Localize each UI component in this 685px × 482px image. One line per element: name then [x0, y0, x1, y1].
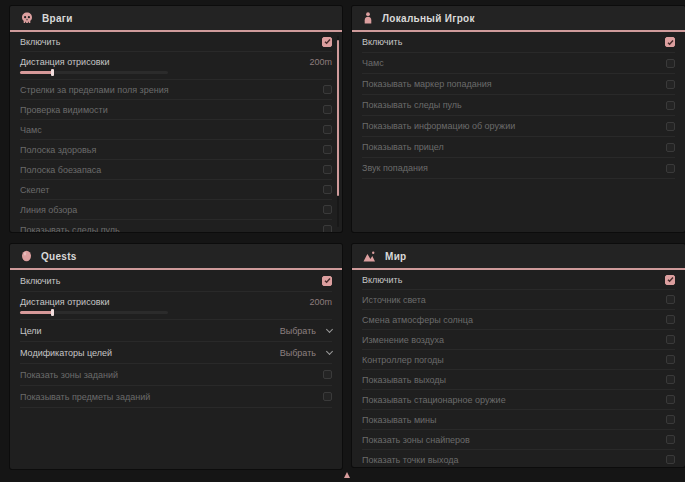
checkbox[interactable]: [666, 122, 675, 131]
panel-world: Мир ВключитьИсточник светаСмена атмосфер…: [352, 244, 685, 467]
setting-label: Контроллер погоды: [362, 355, 444, 365]
setting-label: Показывать выходы: [362, 375, 446, 385]
panel-world-header: Мир: [352, 244, 685, 270]
panel-title: Враги: [42, 13, 73, 24]
checkbox[interactable]: [666, 143, 675, 152]
setting-row: Включить: [20, 32, 332, 52]
setting-label: Включить: [20, 37, 60, 47]
checkbox[interactable]: [322, 37, 332, 47]
setting-label: Показывать информацию об оружии: [362, 121, 515, 131]
setting-label: Источник света: [362, 295, 426, 305]
checkbox[interactable]: [323, 105, 332, 114]
setting-label: Показывать следы пуль: [20, 225, 120, 233]
checkbox[interactable]: [666, 395, 675, 404]
setting-row: Дистанция отрисовки200m: [20, 52, 332, 80]
setting-row: Включить: [362, 32, 675, 53]
setting-label: Линия обзора: [20, 205, 77, 215]
dropdown[interactable]: Выбрать: [280, 326, 332, 336]
checkbox[interactable]: [666, 375, 675, 384]
setting-row: Показывать стационарное оружие: [362, 390, 675, 410]
setting-label: Показывать прицел: [362, 142, 444, 152]
setting-row: Проверка видимости: [20, 100, 332, 120]
slider-thumb[interactable]: [51, 309, 54, 316]
checkbox[interactable]: [323, 225, 332, 232]
scrollbar[interactable]: [337, 36, 339, 227]
setting-row: Стрелки за пределами поля зрения: [20, 80, 332, 100]
checkbox[interactable]: [323, 165, 332, 174]
checkbox[interactable]: [323, 185, 332, 194]
settings-list: ВключитьДистанция отрисовки200mСтрелки з…: [10, 32, 342, 232]
checkbox[interactable]: [323, 145, 332, 154]
setting-label: Дистанция отрисовки: [20, 297, 110, 307]
setting-label: Показывать мины: [362, 415, 437, 425]
setting-label: Стрелки за пределами поля зрения: [20, 85, 169, 95]
setting-label: Показать зоны снайперов: [362, 435, 470, 445]
setting-row: Показывать мины: [362, 410, 675, 430]
checkbox[interactable]: [322, 276, 332, 286]
setting-row: Показывать следы пуль: [20, 220, 332, 232]
setting-label: Показывать следы пуль: [362, 100, 462, 110]
slider-fill: [20, 71, 53, 74]
checkbox[interactable]: [666, 59, 675, 68]
setting-row: Звук попадания: [362, 158, 675, 179]
setting-label: Проверка видимости: [20, 105, 108, 115]
setting-label: Цели: [20, 326, 42, 336]
checkbox[interactable]: [665, 37, 675, 47]
panel-enemies: Враги ВключитьДистанция отрисовки200mСтр…: [10, 6, 342, 232]
checkbox[interactable]: [323, 205, 332, 214]
checkbox[interactable]: [666, 164, 675, 173]
checkbox[interactable]: [323, 85, 332, 94]
dropdown-value: Выбрать: [280, 326, 316, 336]
panel-quests-header: Quests: [10, 244, 342, 270]
setting-label: Включить: [362, 275, 402, 285]
checkbox[interactable]: [665, 275, 675, 285]
setting-row: Включить: [20, 270, 332, 292]
render-distance-slider[interactable]: [20, 311, 168, 314]
checkbox[interactable]: [666, 315, 675, 324]
setting-label: Полоска здоровья: [20, 145, 96, 155]
dropdown[interactable]: Выбрать: [280, 348, 332, 358]
setting-row: Изменение воздуха: [362, 330, 675, 350]
setting-row: Чамс: [362, 53, 675, 74]
slider-thumb[interactable]: [51, 69, 54, 76]
scrollbar-thumb[interactable]: [337, 40, 339, 196]
chevron-down-icon: [326, 326, 333, 333]
checkbox[interactable]: [666, 80, 675, 89]
quest-icon: [21, 250, 32, 262]
person-icon: [363, 12, 373, 24]
setting-label: Изменение воздуха: [362, 335, 444, 345]
setting-label: Показывать маркер попадания: [362, 79, 492, 89]
setting-row: Полоска здоровья: [20, 140, 332, 160]
setting-row: ЦелиВыбрать: [20, 320, 332, 342]
panel-title: Мир: [385, 251, 407, 262]
mountains-icon: [363, 251, 376, 262]
panel-title: Quests: [41, 251, 77, 262]
checkbox[interactable]: [323, 125, 332, 134]
setting-label: Показывать предметы заданий: [20, 392, 150, 402]
checkbox[interactable]: [666, 455, 675, 464]
setting-row: Показывать предметы заданий: [20, 386, 332, 408]
slider-fill: [20, 311, 53, 314]
checkbox[interactable]: [666, 335, 675, 344]
setting-label: Показывать стационарное оружие: [362, 395, 506, 405]
setting-row: Показать зоны снайперов: [362, 430, 675, 450]
setting-row: Полоска боезапаса: [20, 160, 332, 180]
dropdown-value: Выбрать: [280, 348, 316, 358]
checkbox[interactable]: [666, 435, 675, 444]
checkbox[interactable]: [666, 355, 675, 364]
panel-title: Локальный Игрок: [382, 13, 475, 24]
setting-label: Включить: [362, 37, 402, 47]
setting-row: Скелет: [20, 180, 332, 200]
setting-label: Полоска боезапаса: [20, 165, 101, 175]
checkbox[interactable]: [666, 295, 675, 304]
checkbox[interactable]: [323, 392, 332, 401]
setting-label: Включить: [20, 276, 60, 286]
setting-row: Показывать следы пуль: [362, 95, 675, 116]
setting-row: Показывать прицел: [362, 137, 675, 158]
checkbox[interactable]: [323, 370, 332, 379]
checkbox[interactable]: [666, 101, 675, 110]
setting-row: Линия обзора: [20, 200, 332, 220]
render-distance-slider[interactable]: [20, 71, 168, 74]
checkbox[interactable]: [666, 415, 675, 424]
setting-row: Показать точки выхода: [362, 450, 675, 467]
